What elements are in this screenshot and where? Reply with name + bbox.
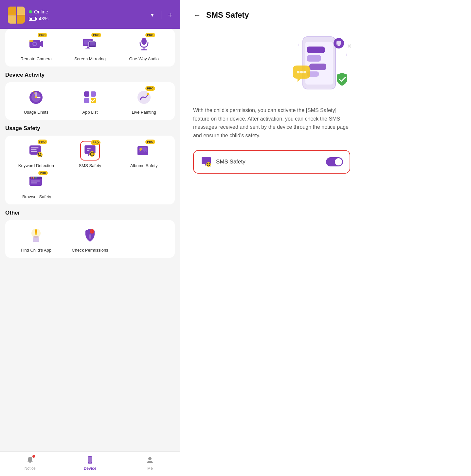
online-status: Online xyxy=(29,9,48,14)
sms-safety-pro-badge: PRO xyxy=(91,140,100,145)
usage-safety-grid: PRO Keyword Detection xyxy=(10,141,170,168)
svg-point-42 xyxy=(33,177,34,179)
svg-marker-3 xyxy=(40,41,43,47)
svg-rect-59 xyxy=(307,55,321,62)
svg-rect-10 xyxy=(90,42,95,46)
sidebar-item-one-way-audio[interactable]: PRO One-Way Audio xyxy=(118,34,170,61)
right-panel: ← SMS Safety + + + ✕ xyxy=(180,0,471,476)
notice-nav-label: Notice xyxy=(25,466,36,471)
svg-rect-4 xyxy=(29,40,33,42)
svg-text:+: + xyxy=(297,42,299,48)
app-list-label: App List xyxy=(82,110,98,115)
svg-rect-24 xyxy=(31,147,39,148)
keyword-detection-pro-badge: PRO xyxy=(38,140,47,144)
svg-point-22 xyxy=(147,93,149,95)
notice-icon-wrap xyxy=(25,455,35,465)
svg-rect-58 xyxy=(307,47,325,53)
svg-rect-8 xyxy=(85,48,90,48)
svg-rect-51 xyxy=(29,462,31,463)
battery-label: 43% xyxy=(39,16,48,21)
svg-text:✕: ✕ xyxy=(347,43,352,49)
svg-point-41 xyxy=(31,177,32,179)
sidebar-item-screen-mirroring[interactable]: PRO Screen Mirroring xyxy=(64,34,116,61)
dropdown-arrow-icon[interactable]: ▼ xyxy=(150,12,154,18)
me-nav-label: Me xyxy=(147,466,153,471)
live-painting-icon-wrap: PRO xyxy=(134,87,154,107)
screen-mirroring-pro-badge: PRO xyxy=(91,33,101,37)
browser-safety-pro-badge: PRO xyxy=(38,171,48,175)
keyword-detection-icon-wrap: PRO xyxy=(26,141,46,161)
nav-item-me[interactable]: Me xyxy=(120,455,180,471)
add-button[interactable]: + xyxy=(168,11,172,19)
online-label: Online xyxy=(34,9,48,14)
svg-rect-45 xyxy=(31,182,37,183)
app-list-icon-wrap xyxy=(80,87,100,107)
app-list-icon xyxy=(82,89,99,106)
svg-rect-53 xyxy=(88,457,92,462)
svg-point-54 xyxy=(89,462,90,463)
battery-icon xyxy=(29,17,37,21)
sidebar-item-keyword-detection[interactable]: PRO Keyword Detection xyxy=(10,141,62,168)
svg-rect-60 xyxy=(309,64,326,70)
svg-text:!: ! xyxy=(91,230,92,233)
sidebar-item-sms-safety[interactable]: PRO SMS Safety xyxy=(64,141,116,168)
one-way-audio-icon-wrap: PRO xyxy=(134,34,154,54)
sidebar-item-check-permissions[interactable]: ! Check Permissions xyxy=(64,225,116,253)
other-grid: Find Child's App ! Check Permissions xyxy=(10,225,170,253)
notice-dot xyxy=(32,455,35,458)
bottom-navigation: Notice Device Me xyxy=(0,451,180,476)
sms-safety-toggle-switch[interactable] xyxy=(326,157,343,166)
other-section-title: Other xyxy=(5,210,175,216)
header-left: Online 43% xyxy=(8,7,48,24)
monitoring-card: PRO Remote Camera xyxy=(5,29,175,67)
left-panel: Online 43% ▼ + xyxy=(0,0,180,476)
nav-item-device[interactable]: Device xyxy=(60,455,120,471)
usage-limits-icon-wrap xyxy=(26,87,46,107)
svg-point-69 xyxy=(300,71,303,73)
device-activity-section-title: Device Activity xyxy=(5,72,175,78)
device-phone-icon xyxy=(86,456,94,464)
other-card: Find Child's App ! Check Permissions xyxy=(5,220,175,258)
sidebar-item-browser-safety[interactable]: PRO Browser Safety xyxy=(10,172,63,199)
header-status: Online 43% xyxy=(29,9,48,21)
monitoring-grid: PRO Remote Camera xyxy=(10,34,170,61)
sidebar-item-live-painting[interactable]: PRO Live Painting xyxy=(118,87,170,115)
remote-camera-label: Remote Camera xyxy=(21,56,52,61)
left-scroll-content: PRO Remote Camera xyxy=(0,29,180,451)
svg-rect-26 xyxy=(31,151,37,152)
right-header: ← SMS Safety xyxy=(193,10,458,20)
live-painting-pro-badge: PRO xyxy=(145,86,155,91)
svg-rect-7 xyxy=(87,47,89,48)
svg-rect-63 xyxy=(337,45,340,46)
svg-point-68 xyxy=(297,71,299,73)
nav-item-notice[interactable]: Notice xyxy=(0,455,60,471)
one-way-audio-label: One-Way Audio xyxy=(129,56,159,61)
check-permissions-icon: ! xyxy=(82,227,99,244)
device-icon-wrap xyxy=(85,455,95,465)
back-button[interactable]: ← xyxy=(193,10,201,20)
albums-safety-pro-badge: PRO xyxy=(145,140,155,144)
live-painting-label: Live Painting xyxy=(132,110,156,115)
sidebar-item-find-childs-app[interactable]: Find Child's App xyxy=(10,225,62,253)
svg-point-70 xyxy=(303,71,306,73)
remote-camera-pro-badge: PRO xyxy=(38,33,47,37)
sidebar-item-remote-camera[interactable]: PRO Remote Camera xyxy=(10,34,62,61)
check-permissions-icon-wrap: ! xyxy=(80,225,100,245)
svg-point-47 xyxy=(35,230,37,233)
sidebar-item-usage-limits[interactable]: Usage Limits xyxy=(10,87,62,115)
browser-safety-icon-wrap: PRO xyxy=(27,172,46,192)
sms-safety-toggle-card: SMS Safety xyxy=(193,150,350,174)
device-activity-grid: Usage Limits App List xyxy=(10,87,170,115)
app-header: Online 43% ▼ + xyxy=(0,0,180,29)
svg-rect-34 xyxy=(87,150,89,151)
svg-point-55 xyxy=(148,457,152,460)
sms-safety-icon-wrap: PRO xyxy=(80,141,100,161)
svg-point-11 xyxy=(141,38,147,45)
usage-limits-label: Usage Limits xyxy=(24,110,48,115)
sidebar-item-app-list[interactable]: App List xyxy=(64,87,116,115)
sms-safety-description: With the child's permission, you can act… xyxy=(193,106,350,140)
sidebar-item-albums-safety[interactable]: PRO Albums Safety xyxy=(118,141,170,168)
header-right: ▼ + xyxy=(150,11,172,19)
sms-safety-label: SMS Safety xyxy=(79,163,101,168)
app-logo xyxy=(8,7,25,24)
